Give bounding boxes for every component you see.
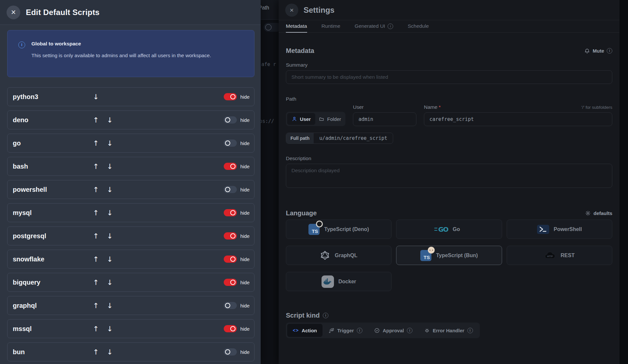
- user-field[interactable]: [353, 112, 416, 126]
- mute-button[interactable]: Mute i: [584, 48, 612, 54]
- move-down-button[interactable]: ↓: [107, 162, 113, 171]
- toggle-knob: [230, 94, 236, 99]
- powershell-icon: [537, 225, 549, 234]
- hide-toggle[interactable]: [224, 93, 237, 100]
- user-field-label: User: [353, 104, 364, 110]
- move-down-button[interactable]: ↓: [107, 139, 113, 147]
- hide-label: hide: [240, 349, 250, 355]
- move-up-button[interactable]: ↑: [93, 209, 99, 217]
- hide-label: hide: [240, 256, 250, 262]
- summary-input[interactable]: [286, 70, 612, 84]
- hide-label: hide: [240, 164, 250, 169]
- hide-toggle[interactable]: [224, 186, 237, 193]
- language-option-docker[interactable]: Docker: [286, 272, 392, 291]
- script-kind-error-handler[interactable]: Error Handleri: [419, 324, 479, 337]
- hide-label: hide: [240, 117, 250, 123]
- settings-drawer: × Settings MetadataRuntimeGenerated UIiS…: [279, 0, 619, 364]
- move-up-button[interactable]: ↑: [93, 325, 99, 333]
- language-option-powershell[interactable]: PowerShell: [507, 220, 612, 239]
- default-scripts-list: python3↓hidedeno↑↓hidego↑↓hidebash↑↓hide…: [7, 87, 254, 361]
- default-script-row-mssql: mssql↑↓hide: [7, 319, 254, 338]
- hide-toggle[interactable]: [224, 163, 237, 170]
- reorder-arrows: ↑↓: [93, 348, 113, 356]
- hide-toggle[interactable]: [224, 279, 237, 286]
- hide-label: hide: [240, 280, 250, 285]
- move-up-button[interactable]: ↑: [93, 162, 99, 171]
- defaults-label: defaults: [593, 210, 612, 216]
- move-down-button[interactable]: ↓: [107, 255, 113, 263]
- settings-tabs: MetadataRuntimeGenerated UIiSchedule: [279, 20, 619, 33]
- toggle-knob: [225, 349, 230, 355]
- name-field[interactable]: [424, 112, 612, 126]
- reorder-arrows: ↑↓: [93, 209, 113, 217]
- close-settings-button[interactable]: ×: [285, 4, 298, 17]
- move-down-button[interactable]: ↓: [107, 209, 113, 217]
- move-up-button[interactable]: ↑: [93, 139, 99, 147]
- hide-toggle[interactable]: [224, 232, 237, 240]
- reorder-arrows: ↓: [93, 93, 99, 101]
- background-path-label: Path: [261, 5, 269, 11]
- move-up-button[interactable]: ↑: [93, 232, 99, 240]
- script-kind-approval[interactable]: Approvali: [369, 324, 418, 337]
- hide-toggle[interactable]: [224, 302, 237, 309]
- reorder-arrows: ↑↓: [93, 302, 113, 310]
- hide-toggle[interactable]: [224, 209, 237, 216]
- path-owner-toggle: UserFolder: [286, 112, 345, 126]
- owner-option-folder[interactable]: Folder: [316, 113, 344, 125]
- move-up-button[interactable]: ↑: [93, 302, 99, 310]
- info-icon: i: [18, 41, 25, 48]
- tab-runtime[interactable]: Runtime: [322, 20, 340, 33]
- tab-generated-ui[interactable]: Generated UIi: [355, 20, 393, 33]
- move-down-button[interactable]: ↓: [93, 93, 99, 101]
- close-button[interactable]: ×: [7, 6, 20, 19]
- settings-title: Settings: [304, 6, 335, 15]
- toggle-knob: [230, 210, 236, 215]
- move-down-button[interactable]: ↓: [107, 186, 113, 194]
- toggle-knob: [230, 280, 236, 285]
- move-up-button[interactable]: ↑: [93, 186, 99, 194]
- default-script-row-graphql: graphql↑↓hide: [7, 296, 254, 315]
- language-grid: TSTypeScript (Deno)GOGoPowerShellGraphQL…: [286, 220, 612, 291]
- script-kind-trigger[interactable]: Triggeri: [323, 324, 368, 337]
- default-script-row-mysql: mysql↑↓hide: [7, 203, 254, 222]
- language-option-rest[interactable]: HTTPREST: [507, 246, 612, 265]
- language-option-typescript-bun[interactable]: TSTypeScript (Bun): [396, 246, 502, 265]
- language-option-go[interactable]: GOGo: [396, 220, 502, 239]
- full-path: Full path u/admin/carefree_script: [286, 133, 393, 144]
- move-down-button[interactable]: ↓: [107, 302, 113, 310]
- move-down-button[interactable]: ↓: [107, 348, 113, 356]
- move-down-button[interactable]: ↓: [107, 325, 113, 333]
- hide-toggle[interactable]: [224, 348, 237, 356]
- hide-toggle[interactable]: [224, 140, 237, 147]
- background-toggle-knob: [265, 24, 271, 30]
- move-down-button[interactable]: ↓: [107, 278, 113, 287]
- hide-toggle[interactable]: [224, 325, 237, 332]
- default-script-row-bash: bash↑↓hide: [7, 157, 254, 176]
- move-down-button[interactable]: ↓: [107, 116, 113, 124]
- move-up-button[interactable]: ↑: [93, 255, 99, 263]
- panel-title: Edit Default Scripts: [26, 8, 99, 17]
- docker-icon: [322, 275, 334, 288]
- hide-toggle[interactable]: [224, 116, 237, 124]
- move-up-button[interactable]: ↑: [93, 116, 99, 124]
- move-up-button[interactable]: ↑: [93, 278, 99, 287]
- tab-schedule[interactable]: Schedule: [408, 20, 429, 33]
- folder-icon: [319, 116, 324, 122]
- move-down-button[interactable]: ↓: [107, 232, 113, 240]
- script-kind-action[interactable]: <>Action: [287, 324, 323, 337]
- language-option-graphql[interactable]: GraphQL: [286, 246, 392, 265]
- background-code-fragment: ps://: [261, 118, 274, 124]
- move-up-button[interactable]: ↑: [93, 348, 99, 356]
- info-banner: i Global to workspace This setting is on…: [7, 30, 254, 77]
- defaults-button[interactable]: defaults: [585, 210, 612, 216]
- owner-option-user[interactable]: User: [287, 113, 315, 125]
- hide-toggle[interactable]: [224, 256, 237, 263]
- language-name: postgresql: [13, 232, 93, 240]
- gear-icon: [585, 210, 591, 216]
- mute-label: Mute: [593, 48, 604, 54]
- tab-metadata[interactable]: Metadata: [286, 20, 307, 33]
- go-icon: GO: [438, 225, 448, 233]
- language-option-typescript-deno[interactable]: TSTypeScript (Deno): [286, 220, 392, 239]
- description-input[interactable]: [286, 164, 612, 188]
- default-script-row-python3: python3↓hide: [7, 87, 254, 106]
